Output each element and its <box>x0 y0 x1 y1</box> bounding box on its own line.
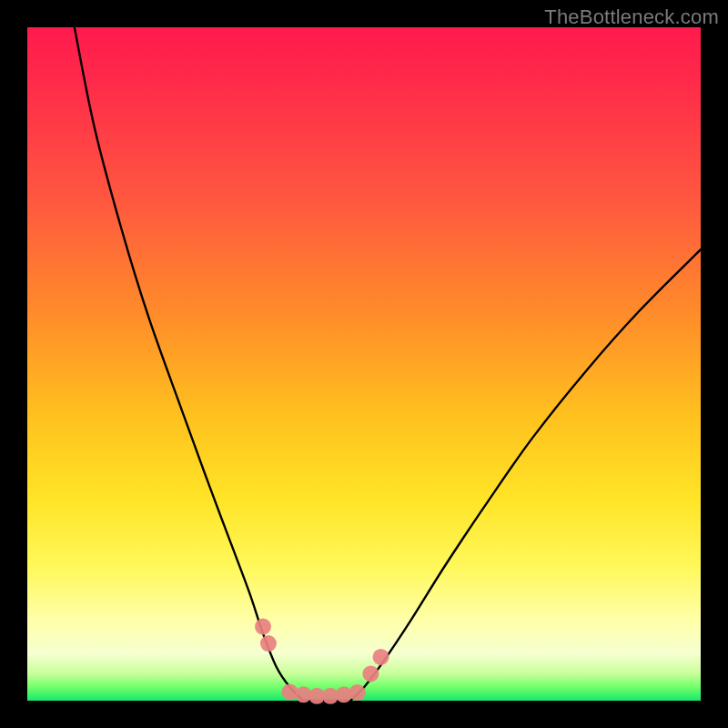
marker-left-arm <box>255 619 271 635</box>
series-right-curve <box>350 249 701 701</box>
marker-valley <box>349 684 366 701</box>
chart-svg <box>27 27 701 701</box>
watermark-text: TheBottleneck.com <box>544 5 719 29</box>
chart-plot-area <box>27 27 701 701</box>
chart-frame: TheBottleneck.com <box>0 0 728 728</box>
marker-right-arm <box>373 649 389 665</box>
series-left-curve <box>75 27 304 701</box>
curve-layer <box>75 27 701 701</box>
marker-left-arm <box>260 635 277 652</box>
marker-right-arm <box>362 665 379 682</box>
marker-valley <box>282 683 298 700</box>
